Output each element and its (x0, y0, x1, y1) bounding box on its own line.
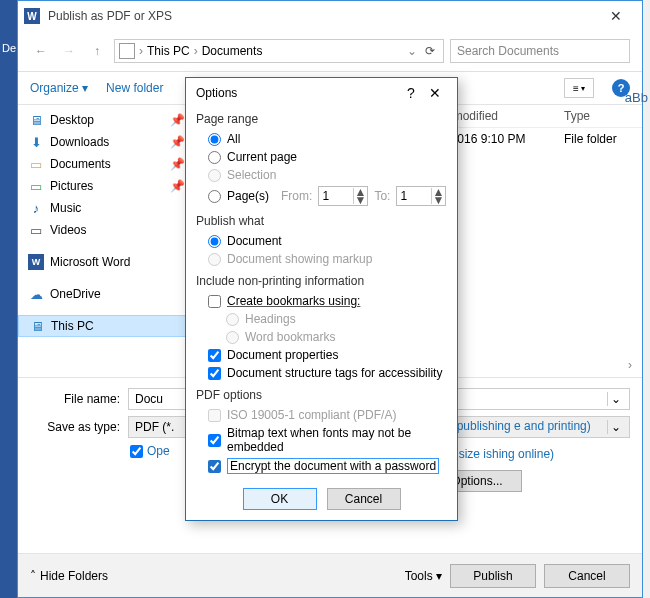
range-selection-radio (208, 169, 221, 182)
scroll-right-icon[interactable]: › (628, 358, 632, 372)
titlebar: W Publish as PDF or XPS ✕ (18, 1, 642, 31)
create-bookmarks-checkbox[interactable] (208, 295, 221, 308)
search-placeholder: Search Documents (457, 44, 559, 58)
breadcrumb-item[interactable]: Documents (202, 44, 263, 58)
range-current-radio[interactable] (208, 151, 221, 164)
sidebar-item-onedrive[interactable]: ☁OneDrive (18, 283, 192, 305)
close-icon[interactable]: ✕ (423, 85, 447, 101)
encrypt-checkbox[interactable] (208, 460, 221, 473)
sidebar-item-documents[interactable]: ▭Documents📌 (18, 153, 192, 175)
cancel-button[interactable]: Cancel (544, 564, 630, 588)
breadcrumb[interactable]: › This PC › Documents ⌄ ⟳ (114, 39, 444, 63)
close-icon[interactable]: ✕ (596, 8, 636, 24)
pdf-options-group: PDF options (196, 388, 447, 402)
pictures-icon: ▭ (28, 178, 44, 194)
chevron-down-icon[interactable]: ⌄ (407, 44, 417, 58)
sidebar-item-desktop[interactable]: 🖥Desktop📌 (18, 109, 192, 131)
options-dialog: Options ? ✕ Page range All Current page … (185, 77, 458, 521)
help-icon[interactable]: ? (399, 85, 423, 101)
sidebar-item-videos[interactable]: ▭Videos (18, 219, 192, 241)
word-icon: W (24, 8, 40, 24)
page-from-spinbox[interactable]: ▲▼ (318, 186, 368, 206)
music-icon: ♪ (28, 200, 44, 216)
nonprint-group: Include non-printing information (196, 274, 447, 288)
organize-menu[interactable]: Organize ▾ (30, 81, 88, 95)
pin-icon: 📌 (170, 135, 182, 149)
folder-icon (119, 43, 135, 59)
bitmap-checkbox[interactable] (208, 434, 221, 447)
new-folder-button[interactable]: New folder (106, 81, 163, 95)
ok-button[interactable]: OK (243, 488, 317, 510)
bookmarks-headings-radio (226, 313, 239, 326)
styles-pane-fragment: aBb (625, 90, 648, 105)
cancel-button[interactable]: Cancel (327, 488, 401, 510)
save-as-type-label: Save as type: (30, 420, 120, 434)
range-pages-radio[interactable] (208, 190, 221, 203)
doc-structure-checkbox[interactable] (208, 367, 221, 380)
pin-icon: 📌 (170, 157, 182, 171)
encrypt-label: Encrypt the document with a password (227, 458, 439, 474)
page-range-group: Page range (196, 112, 447, 126)
chevron-right-icon: › (194, 44, 198, 58)
pin-icon: 📌 (170, 113, 182, 127)
word-icon: W (28, 254, 44, 270)
videos-icon: ▭ (28, 222, 44, 238)
publish-what-group: Publish what (196, 214, 447, 228)
sidebar-item-thispc[interactable]: 🖥This PC (18, 315, 192, 337)
sidebar-item-pictures[interactable]: ▭Pictures📌 (18, 175, 192, 197)
pin-icon: 📌 (170, 179, 182, 193)
sidebar-item-msword[interactable]: WMicrosoft Word (18, 251, 192, 273)
options-title: Options (196, 86, 399, 100)
onedrive-icon: ☁ (28, 286, 44, 302)
page-to-spinbox[interactable]: ▲▼ (396, 186, 446, 206)
quick-access-sidebar: 🖥Desktop📌 ⬇Downloads📌 ▭Documents📌 ▭Pictu… (18, 105, 193, 377)
desktop-icon: 🖥 (28, 112, 44, 128)
doc-properties-checkbox[interactable] (208, 349, 221, 362)
file-name-label: File name: (30, 392, 120, 406)
documents-icon: ▭ (28, 156, 44, 172)
downloads-icon: ⬇ (28, 134, 44, 150)
search-input[interactable]: Search Documents (450, 39, 630, 63)
publish-markup-radio (208, 253, 221, 266)
view-options-button[interactable]: ≡▾ (564, 78, 594, 98)
range-all-radio[interactable] (208, 133, 221, 146)
tools-menu[interactable]: Tools ▾ (405, 569, 442, 583)
bookmarks-word-radio (226, 331, 239, 344)
sidebar-item-downloads[interactable]: ⬇Downloads📌 (18, 131, 192, 153)
back-button[interactable]: ← (30, 40, 52, 62)
window-title: Publish as PDF or XPS (48, 9, 588, 23)
iso-checkbox (208, 409, 221, 422)
publish-document-radio[interactable] (208, 235, 221, 248)
chevron-right-icon: › (139, 44, 143, 58)
column-type[interactable]: Type (564, 109, 634, 123)
refresh-icon[interactable]: ⟳ (425, 44, 435, 58)
chevron-down-icon[interactable]: ⌄ (607, 392, 623, 406)
publish-button[interactable]: Publish (450, 564, 536, 588)
forward-button[interactable]: → (58, 40, 80, 62)
open-after-publish-checkbox[interactable] (130, 445, 143, 458)
hide-folders-button[interactable]: ˄ Hide Folders (30, 569, 108, 583)
sidebar-item-music[interactable]: ♪Music (18, 197, 192, 219)
open-after-publish-label: Ope (147, 444, 170, 458)
chevron-up-icon: ˄ (30, 569, 36, 583)
ribbon-fragment: De (2, 42, 16, 54)
up-button[interactable]: ↑ (86, 40, 108, 62)
thispc-icon: 🖥 (29, 318, 45, 334)
breadcrumb-item[interactable]: This PC (147, 44, 190, 58)
